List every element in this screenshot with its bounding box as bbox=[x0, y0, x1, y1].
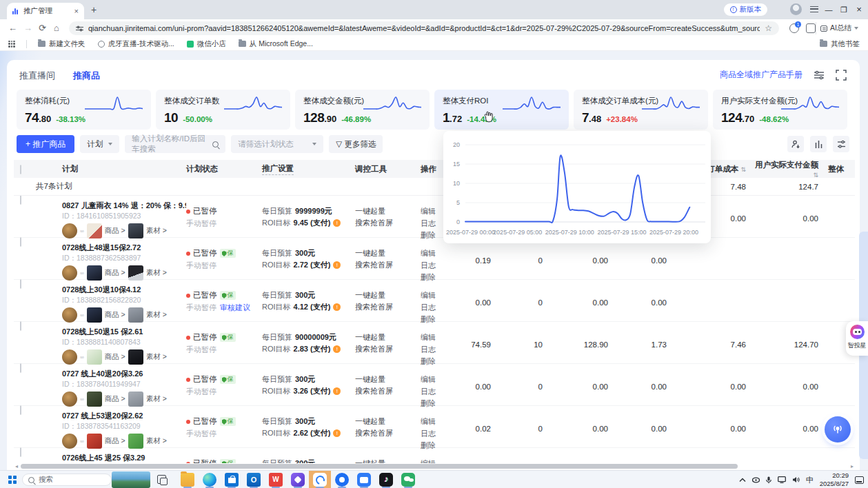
warning-icon[interactable]: ! bbox=[333, 387, 341, 395]
taskbar-app[interactable]: W bbox=[265, 471, 287, 488]
task-view-icon[interactable] bbox=[157, 475, 166, 484]
speaker-icon[interactable] bbox=[792, 476, 800, 483]
taskbar-app[interactable] bbox=[287, 471, 309, 488]
taskbar-app[interactable]: O bbox=[243, 471, 265, 488]
reload-button[interactable]: ⟳ bbox=[39, 23, 46, 33]
warning-icon[interactable]: ! bbox=[333, 303, 341, 311]
apps-grid-icon[interactable] bbox=[8, 41, 15, 48]
tab-close-icon[interactable]: × bbox=[74, 8, 79, 15]
tray-expand-icon[interactable] bbox=[739, 478, 746, 482]
new-tab-button[interactable]: + bbox=[91, 4, 97, 15]
plan-status-select[interactable]: 请筛选计划状态 bbox=[231, 135, 323, 153]
col-header-settings[interactable]: 推广设置 bbox=[262, 163, 294, 175]
row-checkbox[interactable] bbox=[20, 237, 21, 247]
scrollbar-thumb[interactable] bbox=[21, 464, 738, 469]
tool-search-link[interactable]: 搜索抢首屏 bbox=[355, 259, 421, 271]
tool-search-link[interactable]: 搜索抢首屏 bbox=[355, 427, 421, 439]
row-checkbox[interactable] bbox=[20, 279, 21, 289]
bookmark-item[interactable]: 新建文件夹 bbox=[38, 39, 85, 49]
microphone-icon[interactable] bbox=[766, 476, 771, 484]
network-display-icon[interactable] bbox=[778, 476, 786, 483]
material-link[interactable]: 素材 > bbox=[146, 436, 167, 446]
windows-start-button[interactable] bbox=[8, 476, 17, 484]
tool-search-link[interactable]: 搜索抢首屏 bbox=[355, 217, 421, 229]
bookmark-star-icon[interactable]: ☆ bbox=[765, 23, 772, 33]
taskbar-search[interactable]: 搜索 bbox=[22, 474, 112, 486]
tool-search-link[interactable]: 搜索抢首屏 bbox=[355, 301, 421, 313]
row-checkbox[interactable] bbox=[20, 447, 21, 457]
product-link[interactable]: 商品 > bbox=[105, 394, 125, 404]
edit-link[interactable]: 编辑 bbox=[421, 247, 455, 260]
tool-boost-link[interactable]: 一键起量 bbox=[355, 332, 421, 343]
review-suggestion-link[interactable]: 审核建议 bbox=[220, 302, 250, 314]
tool-boost-link[interactable]: 一键起量 bbox=[355, 416, 421, 427]
taskbar-app[interactable]: ♪ bbox=[375, 471, 397, 488]
plan-type-select[interactable]: 计划 bbox=[80, 135, 119, 153]
material-link[interactable]: 素材 > bbox=[146, 394, 167, 404]
log-link[interactable]: 日志 bbox=[421, 260, 455, 272]
material-link[interactable]: 素材 > bbox=[146, 310, 167, 320]
scroll-right-arrow[interactable]: ▸ bbox=[851, 463, 854, 469]
url-field[interactable]: qianchuan.jinritemai.com/uni-prom?aavid=… bbox=[69, 21, 779, 35]
row-checkbox[interactable] bbox=[20, 363, 21, 373]
browser-tab[interactable]: 推广管理 × bbox=[7, 3, 84, 19]
stat-card[interactable]: 整体成交金额(元) 128 .90 -46.89% bbox=[295, 90, 430, 130]
stat-card[interactable]: 整体成交订单数 10 -50.00% bbox=[156, 90, 290, 130]
export-report-button[interactable] bbox=[787, 136, 804, 152]
help-broadcast-button[interactable] bbox=[825, 416, 851, 443]
edit-link[interactable]: 编辑 bbox=[421, 332, 455, 344]
product-link[interactable]: 商品 > bbox=[105, 226, 125, 236]
ai-summary-button[interactable]: AI总结 bbox=[816, 22, 862, 34]
extension-icon[interactable]: 1 bbox=[789, 23, 799, 33]
log-link[interactable]: 日志 bbox=[421, 302, 455, 314]
product-link[interactable]: 商品 > bbox=[105, 268, 125, 278]
stat-card[interactable]: 整体支付ROI 1 .72 -14.43% bbox=[434, 90, 569, 130]
product-link[interactable]: 商品 > bbox=[105, 352, 125, 362]
scroll-left-arrow[interactable]: ◂ bbox=[15, 463, 18, 469]
select-all-checkbox[interactable] bbox=[20, 165, 21, 174]
tool-boost-link[interactable]: 一键起量 bbox=[355, 374, 421, 385]
assistant-widget[interactable]: 智投星 bbox=[846, 321, 868, 356]
bookmark-item[interactable]: 微信小店 bbox=[187, 39, 226, 49]
edit-link[interactable]: 编辑 bbox=[421, 458, 455, 463]
browser-avatar[interactable] bbox=[790, 3, 802, 15]
window-minimize-button[interactable]: — bbox=[821, 0, 836, 19]
taskbar-app[interactable] bbox=[176, 471, 199, 488]
notification-center-icon[interactable] bbox=[855, 476, 864, 484]
browser-menu-icon[interactable] bbox=[810, 6, 818, 12]
more-filters-button[interactable]: ▽ 更多筛选 bbox=[329, 135, 383, 153]
bookmark-item[interactable]: 从 Microsoft Edge... bbox=[239, 39, 313, 49]
tool-search-link[interactable]: 搜索抢首屏 bbox=[355, 385, 421, 397]
stat-card[interactable]: 用户实际支付金额(元) 124 .70 -48.62% bbox=[713, 90, 847, 130]
weather-widget-thumbnail[interactable] bbox=[112, 471, 150, 488]
taskbar-clock[interactable]: 20:29 2025/8/27 bbox=[820, 471, 849, 488]
tool-boost-link[interactable]: 一键起量 bbox=[355, 289, 421, 301]
page-tab[interactable]: 推商品 bbox=[73, 70, 100, 82]
new-version-button[interactable]: !新版本 bbox=[724, 3, 768, 16]
tool-boost-link[interactable]: 一键起量 bbox=[355, 205, 421, 217]
taskbar-app[interactable] bbox=[331, 471, 353, 488]
tool-search-link[interactable]: 搜索抢首屏 bbox=[355, 343, 421, 355]
plan-search-input[interactable]: 输入计划名称/ID后回车搜索 bbox=[125, 135, 225, 153]
warning-icon[interactable]: ! bbox=[333, 345, 341, 353]
home-button[interactable]: ⌂ bbox=[54, 23, 59, 33]
col-header-user-paid[interactable]: 用户实际支付金额 ⇅ bbox=[751, 160, 824, 179]
edit-link[interactable]: 编辑 bbox=[421, 416, 455, 428]
tool-boost-link[interactable]: 一键起量 bbox=[355, 247, 421, 259]
tray-device-icon[interactable] bbox=[752, 477, 760, 483]
window-maximize-button[interactable]: ❐ bbox=[836, 0, 851, 19]
material-link[interactable]: 素材 > bbox=[146, 268, 167, 278]
row-checkbox[interactable] bbox=[20, 321, 21, 331]
log-link[interactable]: 日志 bbox=[421, 386, 455, 398]
horizontal-scrollbar[interactable]: ◂ ▸ bbox=[15, 463, 854, 469]
row-checkbox[interactable] bbox=[20, 405, 21, 415]
stat-card[interactable]: 整体消耗(元) 74 .80 -38.13% bbox=[17, 90, 151, 130]
taskbar-app[interactable] bbox=[221, 471, 243, 488]
page-tab[interactable]: 推直播间 bbox=[19, 70, 55, 82]
warning-icon[interactable]: ! bbox=[333, 261, 341, 269]
other-bookmarks-button[interactable]: 其他书签 bbox=[820, 39, 860, 49]
manual-link[interactable]: 商品全域推广产品手册 bbox=[720, 69, 803, 81]
fullscreen-icon[interactable] bbox=[836, 70, 847, 81]
chart-columns-button[interactable] bbox=[810, 136, 827, 152]
material-link[interactable]: 素材 > bbox=[146, 352, 167, 362]
